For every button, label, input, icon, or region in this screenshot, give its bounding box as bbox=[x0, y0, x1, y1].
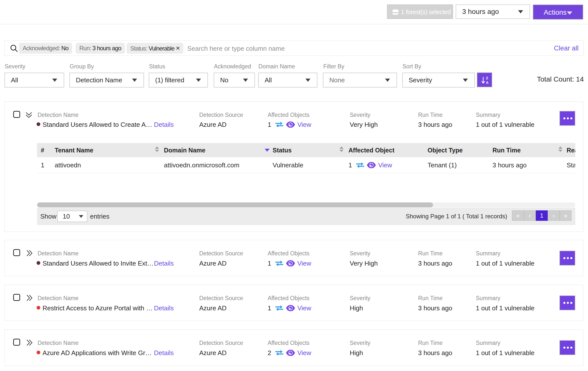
svg-text:Z: Z bbox=[486, 76, 488, 80]
svg-text:A: A bbox=[486, 81, 489, 85]
